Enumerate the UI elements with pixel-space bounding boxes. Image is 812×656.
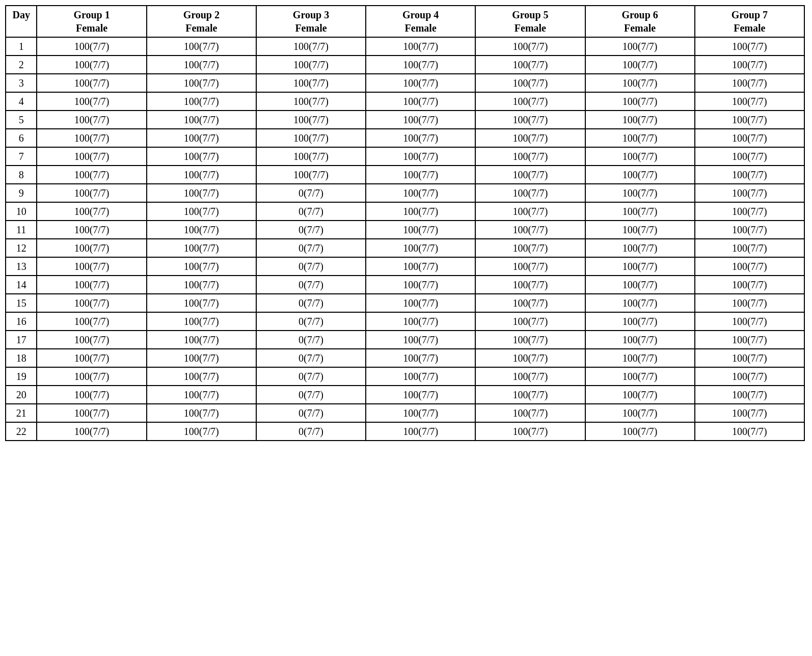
cell-g1: 100(7/7) [37, 257, 146, 276]
table-row: 19100(7/7)100(7/7)0(7/7)100(7/7)100(7/7)… [6, 367, 804, 386]
cell-g3: 100(7/7) [256, 166, 366, 184]
table-row: 14100(7/7)100(7/7)0(7/7)100(7/7)100(7/7)… [6, 276, 804, 294]
cell-g1: 100(7/7) [37, 74, 146, 92]
cell-g6: 100(7/7) [585, 239, 695, 257]
cell-g7: 100(7/7) [695, 221, 804, 239]
cell-g4: 100(7/7) [366, 422, 475, 441]
cell-g1: 100(7/7) [37, 184, 146, 202]
cell-g1: 100(7/7) [37, 367, 146, 386]
cell-g3: 0(7/7) [256, 331, 366, 349]
cell-day: 19 [6, 367, 37, 386]
cell-g7: 100(7/7) [695, 257, 804, 276]
cell-g3: 0(7/7) [256, 404, 366, 422]
cell-g7: 100(7/7) [695, 92, 804, 111]
cell-g3: 100(7/7) [256, 129, 366, 147]
cell-day: 8 [6, 166, 37, 184]
cell-g6: 100(7/7) [585, 56, 695, 74]
cell-g2: 100(7/7) [147, 37, 256, 56]
table-row: 15100(7/7)100(7/7)0(7/7)100(7/7)100(7/7)… [6, 294, 804, 312]
cell-g3: 0(7/7) [256, 367, 366, 386]
cell-g6: 100(7/7) [585, 349, 695, 367]
table-row: 21100(7/7)100(7/7)0(7/7)100(7/7)100(7/7)… [6, 404, 804, 422]
cell-g2: 100(7/7) [147, 184, 256, 202]
cell-g2: 100(7/7) [147, 331, 256, 349]
cell-g5: 100(7/7) [475, 147, 585, 166]
table-row: 2100(7/7)100(7/7)100(7/7)100(7/7)100(7/7… [6, 56, 804, 74]
cell-g3: 100(7/7) [256, 37, 366, 56]
cell-g2: 100(7/7) [147, 257, 256, 276]
cell-g2: 100(7/7) [147, 221, 256, 239]
table-row: 17100(7/7)100(7/7)0(7/7)100(7/7)100(7/7)… [6, 331, 804, 349]
cell-g7: 100(7/7) [695, 56, 804, 74]
cell-g4: 100(7/7) [366, 147, 475, 166]
cell-day: 12 [6, 239, 37, 257]
cell-g4: 100(7/7) [366, 166, 475, 184]
data-table: Day Group 1Female Group 2Female Group 3F… [5, 5, 805, 441]
cell-g4: 100(7/7) [366, 111, 475, 129]
cell-g5: 100(7/7) [475, 111, 585, 129]
cell-day: 16 [6, 312, 37, 331]
cell-g2: 100(7/7) [147, 276, 256, 294]
cell-g1: 100(7/7) [37, 202, 146, 221]
cell-g6: 100(7/7) [585, 276, 695, 294]
cell-g3: 0(7/7) [256, 221, 366, 239]
cell-day: 10 [6, 202, 37, 221]
cell-g4: 100(7/7) [366, 331, 475, 349]
cell-g5: 100(7/7) [475, 92, 585, 111]
cell-day: 11 [6, 221, 37, 239]
header-group3: Group 3Female [256, 6, 366, 37]
cell-g2: 100(7/7) [147, 294, 256, 312]
cell-g4: 100(7/7) [366, 386, 475, 404]
cell-g4: 100(7/7) [366, 92, 475, 111]
cell-g4: 100(7/7) [366, 221, 475, 239]
cell-day: 7 [6, 147, 37, 166]
table-row: 9100(7/7)100(7/7)0(7/7)100(7/7)100(7/7)1… [6, 184, 804, 202]
cell-g7: 100(7/7) [695, 202, 804, 221]
table-row: 18100(7/7)100(7/7)0(7/7)100(7/7)100(7/7)… [6, 349, 804, 367]
table-row: 10100(7/7)100(7/7)0(7/7)100(7/7)100(7/7)… [6, 202, 804, 221]
cell-g2: 100(7/7) [147, 239, 256, 257]
cell-g5: 100(7/7) [475, 276, 585, 294]
cell-g2: 100(7/7) [147, 147, 256, 166]
cell-g3: 100(7/7) [256, 56, 366, 74]
cell-day: 17 [6, 331, 37, 349]
cell-g2: 100(7/7) [147, 349, 256, 367]
cell-g2: 100(7/7) [147, 129, 256, 147]
cell-g7: 100(7/7) [695, 349, 804, 367]
cell-g7: 100(7/7) [695, 386, 804, 404]
cell-g7: 100(7/7) [695, 184, 804, 202]
cell-g7: 100(7/7) [695, 111, 804, 129]
cell-g4: 100(7/7) [366, 74, 475, 92]
cell-g2: 100(7/7) [147, 386, 256, 404]
cell-g6: 100(7/7) [585, 74, 695, 92]
cell-g4: 100(7/7) [366, 349, 475, 367]
cell-g5: 100(7/7) [475, 257, 585, 276]
cell-day: 21 [6, 404, 37, 422]
cell-g3: 100(7/7) [256, 92, 366, 111]
cell-g3: 100(7/7) [256, 111, 366, 129]
cell-day: 5 [6, 111, 37, 129]
cell-g4: 100(7/7) [366, 404, 475, 422]
cell-g4: 100(7/7) [366, 184, 475, 202]
table-row: 1100(7/7)100(7/7)100(7/7)100(7/7)100(7/7… [6, 37, 804, 56]
cell-g4: 100(7/7) [366, 37, 475, 56]
cell-g5: 100(7/7) [475, 294, 585, 312]
cell-g5: 100(7/7) [475, 56, 585, 74]
cell-g5: 100(7/7) [475, 202, 585, 221]
header-group7: Group 7Female [695, 6, 804, 37]
cell-g2: 100(7/7) [147, 202, 256, 221]
cell-g7: 100(7/7) [695, 166, 804, 184]
header-group1: Group 1Female [37, 6, 146, 37]
cell-g1: 100(7/7) [37, 239, 146, 257]
cell-g7: 100(7/7) [695, 367, 804, 386]
cell-g4: 100(7/7) [366, 257, 475, 276]
cell-g2: 100(7/7) [147, 111, 256, 129]
cell-g1: 100(7/7) [37, 56, 146, 74]
cell-g5: 100(7/7) [475, 129, 585, 147]
table-row: 8100(7/7)100(7/7)100(7/7)100(7/7)100(7/7… [6, 166, 804, 184]
cell-g2: 100(7/7) [147, 166, 256, 184]
cell-g1: 100(7/7) [37, 386, 146, 404]
cell-day: 15 [6, 294, 37, 312]
cell-g3: 100(7/7) [256, 74, 366, 92]
cell-g6: 100(7/7) [585, 331, 695, 349]
